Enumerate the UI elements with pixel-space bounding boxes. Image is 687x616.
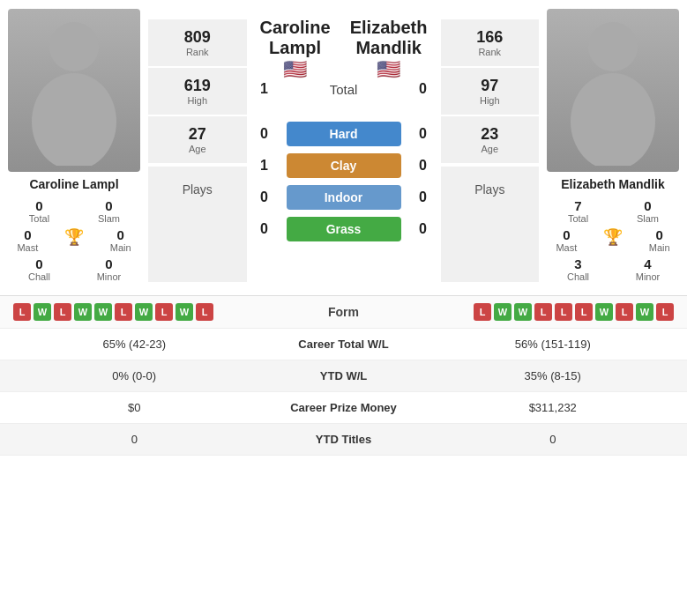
- stats-center-2: Career Prize Money: [256, 401, 432, 414]
- left-middle-stats: 809 Rank 619 High 27 Age Plays: [148, 9, 247, 282]
- left-flag: 🇺🇸: [260, 58, 331, 81]
- form-badge-l: L: [534, 303, 552, 321]
- total-left-score: 1: [251, 81, 278, 97]
- right-plays: Plays: [441, 167, 540, 282]
- bottom-section: LWLWWLWLWL Form LWWLLLWLWL 65% (42-23) C…: [0, 295, 687, 456]
- stats-left-0: 65% (42-23): [13, 338, 256, 351]
- indoor-button[interactable]: Indoor: [287, 185, 401, 210]
- right-total-value: 7: [574, 198, 581, 213]
- form-badge-w: W: [34, 303, 51, 321]
- right-age-box: 23 Age: [441, 116, 540, 163]
- stats-right-0: 56% (151-119): [432, 338, 675, 351]
- stats-left-3: 0: [13, 433, 256, 446]
- surface-rows: 0 Hard 0 1 Clay 0 0 Indoor 0 0 Grass 0: [251, 122, 437, 249]
- form-badge-l: L: [555, 303, 572, 321]
- hard-right-score: 0: [410, 126, 437, 142]
- svg-point-3: [571, 73, 655, 166]
- form-badge-w: W: [135, 303, 153, 321]
- grass-button[interactable]: Grass: [287, 217, 401, 241]
- clay-left-score: 1: [251, 158, 278, 174]
- right-player-stats: 7 Total 0 Slam 0 Mast 🏆 0 Main: [543, 198, 683, 282]
- clay-right-score: 0: [410, 158, 437, 174]
- hard-left-score: 0: [251, 126, 278, 142]
- left-chall-value: 0: [35, 256, 42, 271]
- left-main-value: 0: [116, 227, 123, 242]
- right-middle-stats: 166 Rank 97 High 23 Age Plays: [441, 9, 540, 282]
- stats-center-1: YTD W/L: [256, 369, 432, 382]
- surface-clay-row: 1 Clay 0: [251, 153, 437, 178]
- right-form-badges: LWWLLLWLWL: [474, 303, 674, 321]
- stats-row-3: 0 YTD Titles 0: [0, 424, 687, 456]
- left-high-box: 619 High: [148, 68, 247, 115]
- svg-point-0: [49, 22, 99, 71]
- form-badge-l: L: [474, 303, 491, 321]
- right-trophy-icon: 🏆: [603, 227, 623, 247]
- total-row: 1 Total 0: [251, 81, 437, 97]
- form-row: LWLWWLWLWL Form LWWLLLWLWL: [0, 296, 687, 329]
- left-mast-value: 0: [24, 227, 31, 242]
- left-trophy-icon: 🏆: [64, 227, 84, 247]
- right-minor-value: 4: [644, 256, 651, 271]
- hard-button[interactable]: Hard: [287, 122, 401, 146]
- left-rank-box: 809 Rank: [148, 19, 247, 66]
- right-player-panel: Elizabeth Mandlik 7 Total 0 Slam 0 Mast …: [539, 9, 687, 282]
- total-label: Total: [287, 82, 401, 97]
- right-mast-value: 0: [563, 227, 570, 242]
- form-badge-l: L: [616, 303, 633, 321]
- stats-right-2: $311,232: [432, 401, 675, 414]
- left-player-photo: [8, 9, 140, 172]
- left-center-name-line1: Caroline: [260, 18, 331, 38]
- svg-point-2: [588, 22, 638, 71]
- stats-center-3: YTD Titles: [256, 433, 432, 446]
- form-badge-w: W: [175, 303, 193, 321]
- right-flag: 🇺🇸: [350, 58, 428, 81]
- form-label: Form: [328, 305, 359, 319]
- left-rank-value: 809: [148, 28, 247, 47]
- left-center-name-line2: Lampl: [260, 38, 331, 58]
- form-badge-w: W: [595, 303, 613, 321]
- grass-left-score: 0: [251, 221, 278, 237]
- left-total-value: 0: [35, 198, 42, 213]
- form-badge-l: L: [196, 303, 213, 321]
- left-player-name: Caroline Lampl: [29, 177, 118, 191]
- left-high-value: 619: [148, 77, 247, 95]
- right-rank-box: 166 Rank: [441, 19, 540, 66]
- grass-right-score: 0: [410, 221, 437, 237]
- form-badge-w: W: [636, 303, 653, 321]
- stats-row-2: $0 Career Prize Money $311,232: [0, 392, 687, 424]
- right-chall-value: 3: [574, 256, 581, 271]
- right-age-value: 23: [441, 125, 540, 144]
- left-age-box: 27 Age: [148, 116, 247, 163]
- center-area: Caroline Lampl 🇺🇸 Elizabeth Mandlik 🇺🇸 1…: [247, 9, 441, 282]
- stats-right-1: 35% (8-15): [432, 369, 675, 382]
- right-slam-value: 0: [644, 198, 651, 213]
- total-right-score: 0: [410, 81, 437, 97]
- form-badge-l: L: [656, 303, 674, 321]
- stats-left-1: 0% (0-0): [13, 369, 256, 382]
- left-form-badges: LWLWWLWLWL: [13, 303, 213, 321]
- svg-point-1: [32, 73, 116, 166]
- stats-row-1: 0% (0-0) YTD W/L 35% (8-15): [0, 360, 687, 392]
- left-player-panel: Caroline Lampl 0 Total 0 Slam 0 Mast 🏆: [0, 9, 148, 282]
- right-high-box: 97 High: [441, 68, 540, 115]
- form-badge-l: L: [115, 303, 132, 321]
- indoor-right-score: 0: [410, 189, 437, 205]
- form-badge-w: W: [74, 303, 92, 321]
- form-badge-l: L: [13, 303, 31, 321]
- form-badge-l: L: [575, 303, 593, 321]
- right-player-photo: [547, 9, 679, 172]
- right-main-value: 0: [655, 227, 662, 242]
- stats-right-3: 0: [432, 433, 675, 446]
- right-player-name: Elizabeth Mandlik: [561, 177, 664, 191]
- indoor-left-score: 0: [251, 189, 278, 205]
- right-high-value: 97: [441, 77, 540, 95]
- stats-left-2: $0: [13, 401, 256, 414]
- form-badge-w: W: [514, 303, 532, 321]
- left-slam-value: 0: [105, 198, 112, 213]
- right-center-name-line1: Elizabeth: [350, 18, 428, 38]
- left-minor-value: 0: [105, 256, 112, 271]
- right-center-name-line2: Mandlik: [350, 38, 428, 58]
- clay-button[interactable]: Clay: [287, 153, 401, 178]
- form-badge-w: W: [494, 303, 512, 321]
- left-player-stats: 0 Total 0 Slam 0 Mast 🏆 0 Main: [4, 198, 144, 282]
